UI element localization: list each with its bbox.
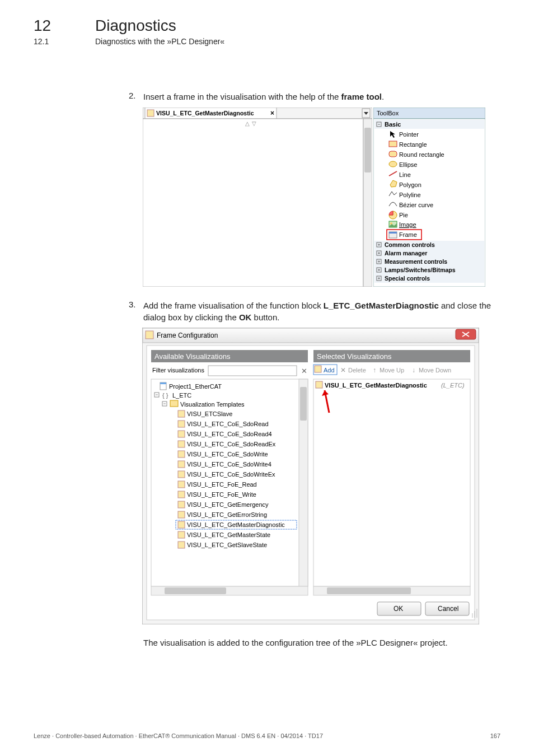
text: . — [382, 92, 384, 101]
tree-item[interactable]: VISU_L_ETC_FoE_Read — [178, 481, 257, 488]
tree-item[interactable]: VISU_L_ETC_CoE_SdoWriteEx — [178, 471, 275, 478]
svg-text:Ellipse: Ellipse — [399, 161, 417, 168]
svg-rect-96 — [178, 481, 185, 488]
content: 2. Insert a frame in the visualisation w… — [129, 91, 500, 648]
svg-text:VISU_L_ETC_GetErrorString: VISU_L_ETC_GetErrorString — [187, 511, 267, 518]
group-basic[interactable]: Basic — [385, 121, 401, 128]
available-header: Available Visualizations — [154, 352, 231, 361]
text-bold: OK — [239, 312, 252, 322]
svg-text:✕: ✕ — [340, 366, 346, 374]
page-footer: Lenze · Controller-based Automation · Et… — [34, 732, 500, 739]
chapter-number: 12 — [34, 17, 95, 35]
svg-text:Pointer: Pointer — [399, 131, 419, 138]
svg-text:Alarm manager: Alarm manager — [385, 250, 427, 256]
group-measurement-controls[interactable]: Measurement controls — [374, 258, 484, 266]
svg-text:VISU_L_ETC_GetMasterState: VISU_L_ETC_GetMasterState — [187, 531, 270, 538]
svg-text:VISU_L_ETC_CoE_SdoWrite4: VISU_L_ETC_CoE_SdoWrite4 — [187, 461, 271, 468]
tree-item[interactable]: VISU_L_ETC_CoE_SdoRead4 — [178, 431, 272, 437]
tree-item[interactable]: VISU_L_ETC_GetEmergency — [178, 501, 269, 508]
tool-image[interactable]: Image — [389, 221, 416, 228]
step-2-number: 2. — [129, 91, 143, 102]
svg-text:L_ETC: L_ETC — [172, 392, 191, 399]
text: Add the frame visualisation of the funct… — [143, 301, 324, 310]
filter-label: Filter visualizations — [152, 367, 204, 374]
svg-text:Image: Image — [399, 221, 416, 228]
svg-rect-88 — [178, 441, 185, 447]
tree-item[interactable]: VISU_L_ETC_CoE_SdoWrite4 — [178, 461, 271, 468]
window-icon — [146, 331, 153, 339]
selected-item-row[interactable]: VISU_L_ETC_GetMasterDiagnostic (L_ETC) — [316, 381, 465, 389]
tab-close-icon[interactable]: × — [270, 109, 274, 117]
svg-text:Polyline: Polyline — [399, 192, 421, 198]
tool-rectangle[interactable]: Rectangle — [389, 141, 427, 148]
filter-clear-icon[interactable]: ✕ — [301, 367, 307, 375]
step-followup: The visualisation is added to the config… — [129, 637, 500, 648]
svg-rect-16 — [389, 151, 397, 157]
tree-item[interactable]: VISU_L_ETC_CoE_SdoReadEx — [178, 441, 276, 447]
toolbox-pane: ToolBox Basic Pointer — [373, 108, 485, 287]
tree-item-project[interactable]: Project1_EtherCAT — [160, 382, 222, 390]
tree-item[interactable]: VISU_L_ETC_GetMasterState — [178, 531, 270, 538]
svg-text:VISU_L_ETC_GetMasterDiagnostic: VISU_L_ETC_GetMasterDiagnostic — [325, 382, 427, 389]
text: button. — [251, 312, 279, 322]
svg-text:VISU_L_ETC_GetEmergency: VISU_L_ETC_GetEmergency — [187, 501, 269, 508]
tree-item[interactable]: VISU_L_ETC_CoE_SdoRead — [178, 421, 269, 427]
tool-ellipse[interactable]: Ellipse — [389, 161, 417, 168]
toolbox-title: ToolBox — [377, 110, 399, 116]
svg-text:Polygon: Polygon — [399, 181, 421, 188]
svg-text:Frame: Frame — [399, 231, 417, 238]
separator-rule: _ _ _ _ _ _ _ _ _ _ _ _ _ _ _ _ _ _ _ _ … — [34, 66, 500, 75]
svg-rect-111 — [313, 379, 470, 586]
svg-text:{ }: { } — [162, 392, 168, 399]
svg-rect-70 — [300, 387, 307, 421]
filter-input[interactable] — [208, 366, 297, 376]
svg-rect-112 — [316, 381, 322, 388]
chapter-header: 12 Diagnostics — [34, 17, 500, 35]
svg-text:↓: ↓ — [412, 366, 415, 374]
tree-item[interactable]: VISU_L_ETC_GetErrorString — [178, 511, 267, 518]
svg-text:Add: Add — [324, 367, 335, 374]
svg-text:VISU_L_ETC_CoE_SdoRead: VISU_L_ETC_CoE_SdoRead — [187, 421, 269, 427]
svg-rect-82 — [178, 410, 185, 417]
group-lamps-switches[interactable]: Lamps/Switches/Bitmaps — [374, 266, 484, 274]
window-close-button[interactable] — [456, 329, 476, 339]
svg-rect-5 — [364, 128, 371, 172]
svg-text:(L_ETC): (L_ETC) — [441, 382, 465, 389]
svg-rect-92 — [178, 461, 185, 468]
tree-item[interactable]: VISU_L_ETC_CoE_SdoWrite — [178, 451, 268, 458]
svg-rect-86 — [178, 431, 185, 437]
cancel-button[interactable]: Cancel — [425, 602, 469, 615]
dialog-title: Frame Configuration — [157, 332, 218, 339]
svg-rect-98 — [178, 491, 185, 498]
tree-item[interactable]: VISU_L_ETC_GetMasterDiagnostic — [176, 520, 297, 529]
svg-text:VISU_L_ETC_GetSlaveState: VISU_L_ETC_GetSlaveState — [187, 542, 267, 548]
tree-item-folder[interactable]: Visualization Templates — [162, 400, 245, 408]
svg-text:▽: ▽ — [252, 120, 256, 127]
step-3-number: 3. — [129, 300, 143, 323]
movedown-button: Move Down — [419, 367, 451, 374]
svg-text:Round rectangle: Round rectangle — [399, 151, 444, 158]
svg-rect-90 — [178, 451, 185, 458]
svg-rect-109 — [178, 542, 185, 548]
svg-text:Project1_EtherCAT: Project1_EtherCAT — [169, 383, 222, 390]
ok-button[interactable]: OK — [377, 602, 421, 615]
svg-text:Measurement controls: Measurement controls — [385, 258, 447, 265]
canvas-pane: VISU_L_ETC_GetMasterDiagnostic × △ ▽ — [143, 108, 372, 287]
figure-toolbox: VISU_L_ETC_GetMasterDiagnostic × △ ▽ — [142, 107, 500, 287]
page: 12 Diagnostics 12.1 Diagnostics with the… — [0, 0, 534, 648]
group-special-controls[interactable]: Special controls — [374, 274, 484, 283]
group-common-controls[interactable]: Common controls — [374, 241, 484, 249]
svg-rect-2 — [147, 110, 154, 116]
svg-rect-31 — [389, 232, 397, 234]
tree-item[interactable]: VISU_L_ETC_GetSlaveState — [178, 542, 267, 548]
footer-pagenum: 167 — [490, 732, 500, 739]
svg-text:Visualization Templates: Visualization Templates — [180, 401, 245, 408]
svg-text:VISU_L_ETC_CoE_SdoReadEx: VISU_L_ETC_CoE_SdoReadEx — [187, 441, 276, 447]
svg-text:VISU_ETCSlave: VISU_ETCSlave — [187, 410, 232, 417]
followup-text: The visualisation is added to the config… — [143, 637, 500, 648]
tab-label[interactable]: VISU_L_ETC_GetMasterDiagnostic — [156, 110, 254, 116]
tree-item[interactable]: VISU_L_ETC_FoE_Write — [178, 491, 256, 498]
step-2: 2. Insert a frame in the visualisation w… — [129, 91, 500, 102]
group-alarm-manager[interactable]: Alarm manager — [374, 249, 484, 258]
svg-text:VISU_L_ETC_CoE_SdoWriteEx: VISU_L_ETC_CoE_SdoWriteEx — [187, 471, 275, 478]
